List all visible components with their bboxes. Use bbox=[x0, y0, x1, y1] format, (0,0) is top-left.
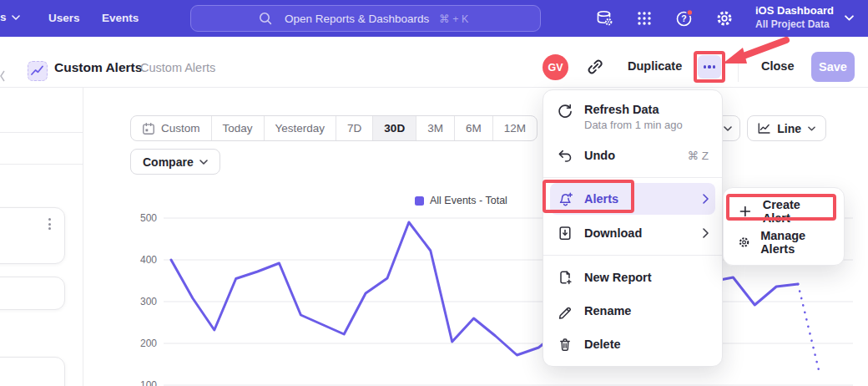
left-panel-row-divider bbox=[0, 132, 83, 133]
breadcrumb[interactable]: Custom Alerts bbox=[140, 61, 215, 74]
undo-shortcut: ⌘ Z bbox=[688, 149, 709, 162]
svg-text:500: 500 bbox=[140, 212, 157, 224]
legend-label: All Events - Total bbox=[430, 195, 507, 206]
help-icon[interactable]: ? bbox=[674, 8, 694, 28]
data-management-icon[interactable] bbox=[594, 8, 614, 28]
avatar[interactable]: GV bbox=[542, 54, 568, 80]
undo-icon bbox=[557, 147, 573, 164]
notification-dot bbox=[687, 10, 693, 16]
svg-text:400: 400 bbox=[140, 254, 157, 266]
svg-text:100: 100 bbox=[140, 379, 157, 386]
nav-item-partial[interactable]: s bbox=[0, 11, 20, 23]
calendar-icon bbox=[142, 122, 155, 135]
range-yesterday[interactable]: Yesterday bbox=[264, 116, 336, 140]
range-custom[interactable]: Custom bbox=[131, 116, 211, 140]
pencil-icon bbox=[557, 302, 573, 319]
metric-card[interactable] bbox=[0, 277, 65, 310]
duplicate-button[interactable]: Duplicate bbox=[628, 59, 682, 73]
apps-grid-icon[interactable] bbox=[634, 8, 654, 28]
chevron-down-icon bbox=[845, 15, 854, 21]
settings-gear-icon[interactable] bbox=[714, 8, 734, 28]
menu-item-refresh-data[interactable]: Refresh Data Data from 1 min ago bbox=[543, 97, 722, 139]
chart-type-button[interactable]: Line bbox=[747, 115, 826, 141]
plus-icon bbox=[738, 204, 753, 219]
save-button[interactable]: Save bbox=[811, 52, 855, 82]
search-input[interactable]: Open Reports & Dashboards ⌘ + K bbox=[190, 5, 541, 32]
project-subtitle: All Project Data bbox=[755, 18, 834, 30]
nav-item-events[interactable]: Events bbox=[102, 12, 139, 24]
more-actions-menu: Refresh Data Data from 1 min ago Undo ⌘ … bbox=[542, 89, 723, 367]
nav-item-users[interactable]: Users bbox=[48, 12, 80, 24]
page-title: Custom Alerts bbox=[54, 60, 142, 75]
menu-item-rename[interactable]: Rename bbox=[543, 294, 722, 328]
menu-item-delete[interactable]: Delete bbox=[543, 328, 722, 361]
range-30d[interactable]: 30D bbox=[372, 116, 416, 140]
bell-plus-icon bbox=[557, 190, 573, 207]
download-icon bbox=[557, 225, 573, 241]
chevron-down-icon bbox=[199, 160, 208, 165]
chevron-right-icon bbox=[703, 228, 709, 238]
svg-text:?: ? bbox=[681, 13, 686, 23]
menu-item-undo[interactable]: Undo ⌘ Z bbox=[543, 139, 722, 172]
trash-icon bbox=[557, 336, 573, 353]
menu-item-alerts[interactable]: Alerts bbox=[550, 183, 715, 215]
refresh-subtitle: Data from 1 min ago bbox=[584, 119, 683, 131]
menu-item-download[interactable]: Download bbox=[543, 216, 722, 250]
submenu-item-create-alert[interactable]: Create Alert bbox=[724, 196, 844, 226]
search-placeholder: Open Reports & Dashboards bbox=[285, 13, 429, 25]
chevron-down-icon bbox=[808, 126, 815, 131]
copy-link-icon[interactable] bbox=[586, 58, 604, 76]
range-3m[interactable]: 3M bbox=[416, 116, 454, 140]
compare-button[interactable]: Compare bbox=[130, 149, 220, 175]
top-nav: s Users Events Open Reports & Dashboards… bbox=[0, 0, 868, 37]
toolbar-divider bbox=[738, 52, 739, 82]
range-7d[interactable]: 7D bbox=[336, 116, 372, 140]
report-toolbar: Custom Alerts Custom Alerts GV Duplicate… bbox=[0, 37, 868, 88]
gear-icon bbox=[738, 235, 750, 250]
legend-swatch bbox=[415, 196, 424, 206]
metric-card[interactable] bbox=[0, 357, 65, 386]
search-shortcut: ⌘ + K bbox=[439, 13, 468, 25]
range-12m[interactable]: 12M bbox=[492, 116, 537, 140]
nav-item-partial-label: s bbox=[0, 11, 7, 23]
svg-text:300: 300 bbox=[140, 296, 157, 307]
menu-separator bbox=[543, 255, 722, 256]
chevron-down-icon bbox=[12, 15, 20, 20]
chevron-down-icon bbox=[724, 126, 732, 131]
refresh-icon bbox=[557, 103, 573, 119]
metric-card[interactable] bbox=[0, 207, 65, 264]
kebab-menu-icon[interactable] bbox=[48, 218, 51, 230]
range-today[interactable]: Today bbox=[211, 116, 264, 140]
report-type-icon bbox=[28, 61, 48, 81]
svg-text:200: 200 bbox=[140, 338, 157, 349]
search-icon bbox=[258, 11, 273, 26]
date-range-control: Custom Today Yesterday 7D 30D 3M 6M 12M bbox=[130, 115, 537, 141]
alerts-submenu: Create Alert Manage Alerts bbox=[723, 187, 845, 266]
submenu-item-manage-alerts[interactable]: Manage Alerts bbox=[724, 226, 844, 257]
collapse-icon[interactable] bbox=[0, 70, 5, 82]
chart-legend[interactable]: All Events - Total bbox=[415, 195, 507, 206]
more-actions-button[interactable] bbox=[698, 55, 721, 79]
menu-item-new-report[interactable]: New Report bbox=[543, 261, 722, 294]
chevron-right-icon bbox=[703, 194, 709, 204]
project-title: iOS Dashboard bbox=[755, 4, 834, 17]
new-report-icon bbox=[557, 269, 573, 286]
menu-separator bbox=[543, 177, 722, 178]
line-chart-icon bbox=[758, 122, 770, 135]
left-panel-divider bbox=[83, 88, 83, 386]
more-icon bbox=[704, 65, 706, 68]
left-panel-row-divider bbox=[0, 164, 83, 165]
project-switcher[interactable]: iOS Dashboard All Project Data bbox=[755, 4, 834, 30]
range-6m[interactable]: 6M bbox=[454, 116, 492, 140]
close-button[interactable]: Close bbox=[761, 59, 795, 73]
